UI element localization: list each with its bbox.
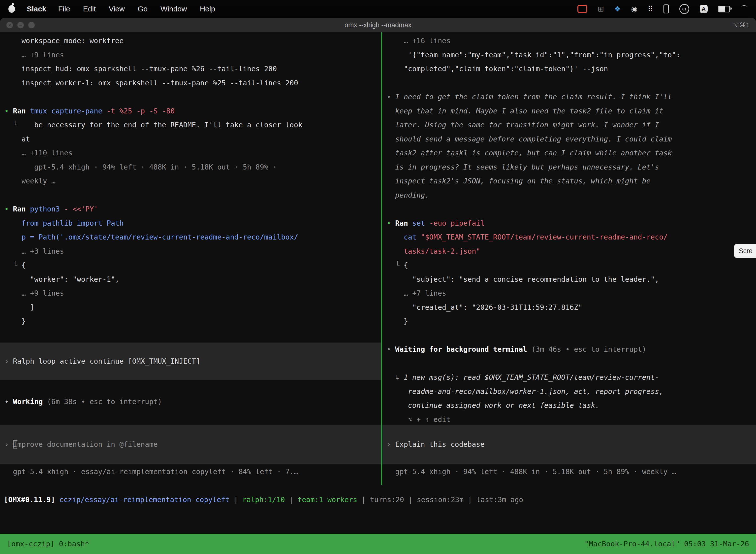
terminal-line: "worker": "worker-1", xyxy=(4,273,381,287)
terminal-line xyxy=(387,329,756,343)
terminal-line: inspect_hud: omx sparkshell --tmux-pane … xyxy=(4,62,381,76)
terminal-line: └ { xyxy=(4,258,381,273)
terminal-line: … +3 lines xyxy=(4,244,381,259)
terminal-line: … +110 lines xyxy=(4,146,381,160)
terminal-line: • I need to get the claim token from the… xyxy=(387,90,756,104)
terminal-line: later. Using the same for transition mig… xyxy=(387,118,756,132)
prompt-input-right[interactable]: › Explain this codebase xyxy=(382,425,756,464)
tmux-pane-left: workspace_mode: worktree … +9 lines insp… xyxy=(0,32,381,485)
terminal-line: ] xyxy=(4,300,381,315)
terminal-line: • Ran python3 - <<'PY' xyxy=(4,202,381,216)
terminal-line xyxy=(4,188,381,203)
terminal-line: … +9 lines xyxy=(4,48,381,62)
terminal-line: "subject": "send a concise recommendatio… xyxy=(387,273,756,287)
tmux-session-label: [omx-cczip] 0:bash* xyxy=(7,537,89,551)
terminal-line: pending. xyxy=(387,188,756,203)
terminal-line: "created_at": "2026-03-31T11:59:27.816Z" xyxy=(387,300,756,315)
tmux-host-time: "MacBook-Pro-44.local" 05:03 31-Mar-26 xyxy=(585,537,749,551)
terminal-line: } xyxy=(4,315,381,329)
terminal-line: • Ran tmux capture-pane -t %25 -p -S -80 xyxy=(4,104,381,118)
terminal-line: … +16 lines xyxy=(387,34,756,48)
menu-edit[interactable]: Edit xyxy=(83,5,96,13)
screen-recording-icon[interactable] xyxy=(577,5,587,13)
terminal-content: workspace_mode: worktree … +9 lines insp… xyxy=(0,32,756,554)
menubar-app-name[interactable]: Slack xyxy=(27,5,46,13)
terminal-line: continue assigned work or next feasible … xyxy=(387,399,756,413)
terminal-line: • Waiting for background terminal (3m 46… xyxy=(387,342,756,357)
menu-file[interactable]: File xyxy=(58,5,70,13)
menu-window[interactable]: Window xyxy=(161,5,187,13)
menubar-status-icons: ⊞❖◉⠿61A⌒ xyxy=(577,4,748,14)
window-manager-icon[interactable]: ⊞ xyxy=(598,5,604,13)
terminal-line: • Ran set -euo pipefail xyxy=(387,216,756,231)
working-status-line: • Working (6m 38s • esc to interrupt) xyxy=(0,395,381,409)
terminal-line: weekly … xyxy=(4,174,381,188)
terminal-line: › Ralph loop active continue [OMX_TMUX_I… xyxy=(4,354,200,369)
window-titlebar[interactable]: × − omx --xhigh --madmax ⌥⌘1 xyxy=(0,18,756,32)
terminal-line: } xyxy=(387,315,756,329)
right-pane-model-status: gpt-5.4 xhigh · 94% left · 488K in · 5.1… xyxy=(382,465,756,479)
terminal-line: inspect_worker-1: omx sparkshell --tmux-… xyxy=(4,76,381,90)
terminal-line xyxy=(4,90,381,104)
disc-icon[interactable]: ◉ xyxy=(631,5,637,13)
apple-logo-icon[interactable] xyxy=(8,5,15,13)
dropbox-icon[interactable]: ❖ xyxy=(614,5,621,13)
terminal-line: › Explain this codebase xyxy=(387,438,485,452)
terminal-line: … +9 lines xyxy=(4,286,381,300)
terminal-line: gpt-5.4 xhigh · 94% left · 488K in · 5.1… xyxy=(4,160,381,174)
terminal-line: p = Path('.omx/state/team/review-current… xyxy=(4,230,381,244)
terminal-line: from pathlib import Path xyxy=(4,216,381,231)
terminal-line: inspect task2's JSON, focusing on the st… xyxy=(387,174,756,188)
input-source-icon[interactable]: A xyxy=(700,5,708,13)
window-shortcut: ⌥⌘1 xyxy=(732,18,750,32)
terminal-line: cat "$OMX_TEAM_STATE_ROOT/team/review-cu… xyxy=(387,230,756,244)
menu-go[interactable]: Go xyxy=(138,5,147,13)
terminal-line: readme-and-reco/mailbox/worker-1.json, a… xyxy=(387,385,756,399)
screenshot-button[interactable]: Scre xyxy=(734,244,756,258)
terminal-line: └ { xyxy=(387,258,756,273)
terminal-line: should send a message before completing … xyxy=(387,132,756,147)
terminal-line: "completed","claim_token":"claim-token"}… xyxy=(387,62,756,76)
terminal-line: task2 after task1 is complete, but can I… xyxy=(387,146,756,160)
terminal-line: tasks/task-2.json" xyxy=(387,244,756,259)
terminal-line xyxy=(387,76,756,90)
terminal-line: [OMX#0.11.9] cczip/essay/ai-reimplementa… xyxy=(4,493,756,507)
terminal-line: is in progress? It seems likely but perh… xyxy=(387,160,756,174)
left-pane-model-status: gpt-5.4 xhigh · essay/ai-reimplementatio… xyxy=(0,465,381,479)
tmux-pane-right: … +16 lines '{"team_name":"my-team","tas… xyxy=(382,32,756,485)
terminal-line xyxy=(387,357,756,371)
omx-status-line: [OMX#0.11.9] cczip/essay/ai-reimplementa… xyxy=(4,493,756,507)
wifi-icon[interactable]: ⌒ xyxy=(740,4,748,14)
terminal-line: workspace_mode: worktree xyxy=(4,34,381,48)
app-grid-icon[interactable]: ⠿ xyxy=(648,5,653,13)
terminal-line: gpt-5.4 xhigh · essay/ai-reimplementatio… xyxy=(4,465,381,479)
terminal-line: └ be necessary for the end of the README… xyxy=(4,118,381,132)
left-pane-output: workspace_mode: worktree … +9 lines insp… xyxy=(0,34,381,329)
terminal-line: › Improve documentation in @filename xyxy=(4,438,158,452)
screen: Slack FileEditViewGoWindowHelp ⊞❖◉⠿61A⌒ … xyxy=(0,0,756,554)
terminal-line: at xyxy=(4,132,381,147)
menu-help[interactable]: Help xyxy=(200,5,215,13)
right-pane-output: … +16 lines '{"team_name":"my-team","tas… xyxy=(382,34,756,427)
terminal-line: … +7 lines xyxy=(387,286,756,300)
terminal-line xyxy=(387,202,756,216)
terminal-line: keep that in mind. Maybe I also need the… xyxy=(387,104,756,118)
terminal-line: gpt-5.4 xhigh · 94% left · 488K in · 5.1… xyxy=(387,465,756,479)
terminal-line: '{"team_name":"my-team","task_id":"1","f… xyxy=(387,48,756,62)
macos-menubar: Slack FileEditViewGoWindowHelp ⊞❖◉⠿61A⌒ xyxy=(0,0,756,18)
terminal-line: ↳ 1 new msg(s): read $OMX_TEAM_STATE_ROO… xyxy=(387,371,756,385)
terminal-window: × − omx --xhigh --madmax ⌥⌘1 workspace_m… xyxy=(0,18,756,554)
battery-percentage-icon[interactable]: 61 xyxy=(679,4,689,14)
prompt-input-left[interactable]: › Improve documentation in @filename xyxy=(0,425,381,464)
window-title: omx --xhigh --madmax xyxy=(0,18,756,32)
tmux-status-bar: [omx-cczip] 0:bash* "MacBook-Pro-44.loca… xyxy=(0,534,756,554)
menu-view[interactable]: View xyxy=(109,5,125,13)
iphone-mirroring-icon[interactable] xyxy=(664,4,669,13)
menubar-menus: FileEditViewGoWindowHelp xyxy=(58,5,215,13)
battery-icon[interactable] xyxy=(718,6,730,12)
ralph-loop-inject-box[interactable]: › Ralph loop active continue [OMX_TMUX_I… xyxy=(0,342,381,380)
terminal-line: • Working (6m 38s • esc to interrupt) xyxy=(4,395,381,409)
